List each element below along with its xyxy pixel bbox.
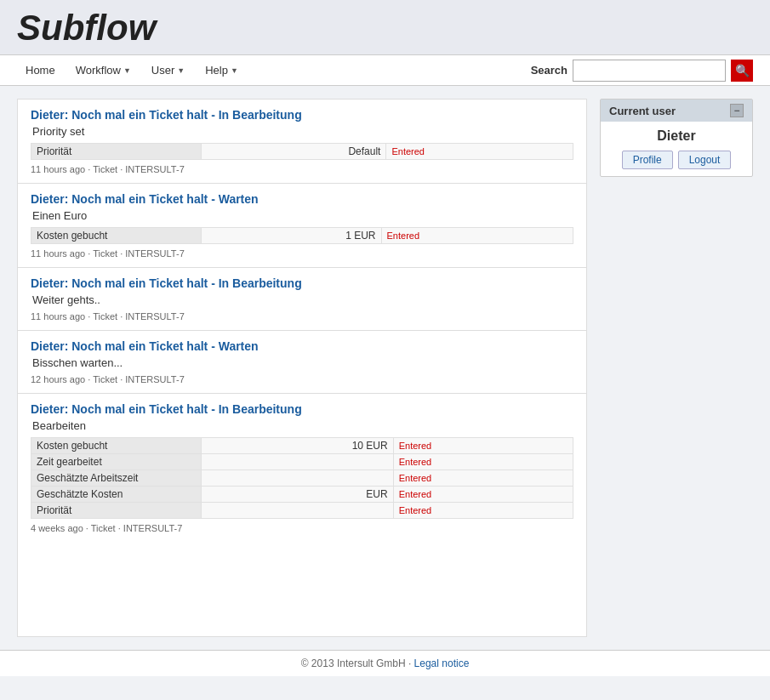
activity-item: Dieter: Noch mal ein Ticket halt - Warte… bbox=[18, 184, 586, 268]
field-label: Kosten gebucht bbox=[31, 228, 202, 244]
activity-description: Bisschen warten... bbox=[31, 356, 573, 369]
field-value: 1 EUR bbox=[202, 228, 382, 244]
field-value: 10 EUR bbox=[202, 438, 394, 454]
current-user-header: Current user − bbox=[601, 100, 752, 122]
activity-data-table: Kosten gebucht 10 EUR Entered Zeit gearb… bbox=[31, 437, 573, 519]
activity-title[interactable]: Dieter: Noch mal ein Ticket halt - Warte… bbox=[31, 192, 573, 206]
search-label: Search bbox=[531, 64, 568, 77]
activity-description: Weiter gehts.. bbox=[31, 293, 573, 306]
table-row: Priorität Default Entered bbox=[31, 144, 573, 160]
nav-workflow[interactable]: Workflow ▼ bbox=[67, 59, 140, 82]
activity-title[interactable]: Dieter: Noch mal ein Ticket halt - In Be… bbox=[31, 402, 573, 416]
field-value: EUR bbox=[202, 487, 394, 503]
field-label: Priorität bbox=[31, 503, 202, 519]
activity-item: Dieter: Noch mal ein Ticket halt - Warte… bbox=[18, 331, 586, 394]
activity-description: Priority set bbox=[31, 125, 573, 138]
field-label: Priorität bbox=[31, 144, 202, 160]
table-row: Kosten gebucht 10 EUR Entered bbox=[31, 438, 573, 454]
activity-meta: 12 hours ago · Ticket · INTERSULT-7 bbox=[31, 374, 573, 384]
search-input[interactable] bbox=[573, 60, 726, 82]
activity-title[interactable]: Dieter: Noch mal ein Ticket halt - Warte… bbox=[31, 339, 573, 353]
table-row: Kosten gebucht 1 EUR Entered bbox=[31, 228, 573, 244]
footer-copyright: © 2013 Intersult GmbH · bbox=[301, 657, 414, 669]
activity-title[interactable]: Dieter: Noch mal ein Ticket halt - In Be… bbox=[31, 108, 573, 122]
field-label: Kosten gebucht bbox=[31, 438, 202, 454]
app-footer: © 2013 Intersult GmbH · Legal notice bbox=[0, 650, 770, 676]
table-row: Zeit gearbeitet Entered bbox=[31, 454, 573, 470]
activity-item: Dieter: Noch mal ein Ticket halt - In Be… bbox=[18, 394, 586, 542]
activity-data-table: Priorität Default Entered bbox=[31, 143, 573, 160]
user-dropdown-arrow: ▼ bbox=[177, 66, 185, 75]
activity-title[interactable]: Dieter: Noch mal ein Ticket halt - In Be… bbox=[31, 276, 573, 290]
activity-item: Dieter: Noch mal ein Ticket halt - In Be… bbox=[18, 100, 586, 184]
field-value: Default bbox=[202, 144, 386, 160]
activity-description: Bearbeiten bbox=[31, 419, 573, 432]
main-layout: Dieter: Noch mal ein Ticket halt - In Be… bbox=[0, 86, 770, 650]
activity-meta: 11 hours ago · Ticket · INTERSULT-7 bbox=[31, 164, 573, 174]
field-value bbox=[202, 470, 394, 487]
search-button[interactable]: 🔍 bbox=[731, 60, 753, 82]
table-row: Priorität Entered bbox=[31, 503, 573, 519]
table-row: Geschätzte Arbeitszeit Entered bbox=[31, 470, 573, 487]
footer-legal-link[interactable]: Legal notice bbox=[414, 657, 470, 669]
field-value bbox=[202, 454, 394, 470]
current-user-name: Dieter bbox=[609, 128, 744, 144]
field-value bbox=[202, 503, 394, 519]
activity-description: Einen Euro bbox=[31, 209, 573, 222]
activity-meta: 11 hours ago · Ticket · INTERSULT-7 bbox=[31, 248, 573, 259]
activity-meta: 4 weeks ago · Ticket · INTERSULT-7 bbox=[31, 523, 573, 533]
field-status: Entered bbox=[393, 470, 573, 487]
field-status: Entered bbox=[393, 438, 573, 454]
app-header: Subflow bbox=[0, 0, 770, 55]
activity-meta: 11 hours ago · Ticket · INTERSULT-7 bbox=[31, 311, 573, 322]
help-dropdown-arrow: ▼ bbox=[231, 66, 238, 75]
nav-user[interactable]: User ▼ bbox=[143, 59, 193, 82]
field-status: Entered bbox=[381, 228, 573, 244]
current-user-header-label: Current user bbox=[609, 105, 676, 117]
app-title: Subflow bbox=[17, 9, 753, 48]
current-user-card: Current user − Dieter Profile Logout bbox=[600, 99, 753, 177]
profile-button[interactable]: Profile bbox=[622, 151, 673, 169]
field-status: Entered bbox=[393, 503, 573, 519]
field-status: Entered bbox=[386, 144, 573, 160]
nav-bar: Home Workflow ▼ User ▼ Help ▼ Search 🔍 bbox=[0, 55, 770, 86]
search-area: Search 🔍 bbox=[531, 60, 753, 82]
field-label: Geschätzte Kosten bbox=[31, 487, 202, 503]
nav-items: Home Workflow ▼ User ▼ Help ▼ bbox=[17, 59, 531, 82]
field-label: Geschätzte Arbeitszeit bbox=[31, 470, 202, 487]
user-actions: Profile Logout bbox=[609, 151, 744, 169]
content-area: Dieter: Noch mal ein Ticket halt - In Be… bbox=[17, 99, 587, 637]
field-status: Entered bbox=[393, 454, 573, 470]
field-status: Entered bbox=[393, 487, 573, 503]
activity-data-table: Kosten gebucht 1 EUR Entered bbox=[31, 227, 573, 244]
logout-button[interactable]: Logout bbox=[678, 151, 732, 169]
minimize-button[interactable]: − bbox=[730, 104, 744, 117]
nav-help[interactable]: Help ▼ bbox=[197, 59, 247, 82]
current-user-body: Dieter Profile Logout bbox=[601, 122, 752, 176]
field-label: Zeit gearbeitet bbox=[31, 454, 202, 470]
sidebar: Current user − Dieter Profile Logout bbox=[600, 99, 753, 637]
nav-home[interactable]: Home bbox=[17, 59, 64, 82]
table-row: Geschätzte Kosten EUR Entered bbox=[31, 487, 573, 503]
workflow-dropdown-arrow: ▼ bbox=[123, 66, 131, 75]
activity-item: Dieter: Noch mal ein Ticket halt - In Be… bbox=[18, 268, 586, 331]
